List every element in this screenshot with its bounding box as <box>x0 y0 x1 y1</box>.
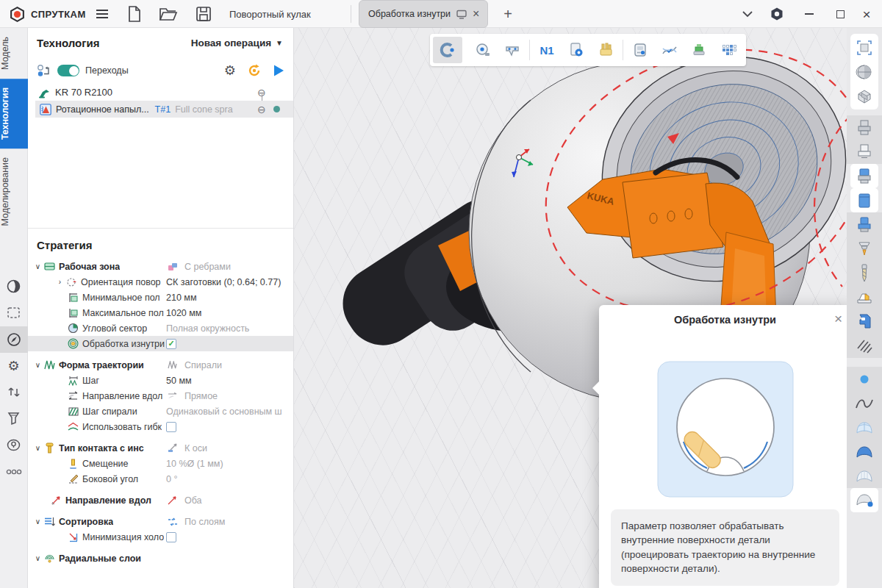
param-row-radial-layers[interactable]: ∨ Радиальные слои <box>28 551 293 566</box>
workpiece-outline-icon[interactable] <box>847 140 882 164</box>
tree-row-operation[interactable]: Ротационное напыл... T#1 Full cone spra … <box>35 101 293 118</box>
close-icon[interactable]: × <box>834 311 842 327</box>
chevron-expanded-icon[interactable]: ∨ <box>32 361 43 369</box>
shading-sphere-icon[interactable] <box>0 273 28 300</box>
tab-model[interactable]: Модель <box>0 28 28 79</box>
param-row-step[interactable]: Шаг 50 мм <box>28 373 293 388</box>
toolpath-hatch-icon[interactable] <box>847 334 882 358</box>
tree-row-machine[interactable]: KR 70 R2100 ⊖ <box>28 84 293 101</box>
selection-box-icon[interactable] <box>0 300 28 326</box>
additive-layers-icon[interactable] <box>684 37 714 63</box>
param-row-side-angle[interactable]: Боковой угол 0 ° <box>28 471 293 487</box>
param-label: Использовать гибк <box>82 422 162 432</box>
tab-simulation[interactable]: Моделирование <box>0 148 28 235</box>
graphs-icon[interactable] <box>655 37 684 63</box>
jog-dial-icon[interactable] <box>0 432 28 459</box>
param-value: Прямое <box>184 391 218 401</box>
chevron-expanded-icon[interactable]: ∨ <box>32 517 43 526</box>
param-row-min-position[interactable]: Минимальное пол 210 мм <box>28 290 293 305</box>
param-row-trajectory-shape[interactable]: ∨ Форма траектории Спирали <box>28 357 293 373</box>
popup-description: Параметр позволяет обрабатывать внутренн… <box>611 509 839 586</box>
fit-selection-icon[interactable] <box>850 35 878 60</box>
magnet-snap-icon[interactable] <box>433 37 462 63</box>
tab-technology[interactable]: Технология <box>0 79 28 148</box>
checkbox-unchecked[interactable] <box>166 422 176 432</box>
save-icon[interactable] <box>193 0 215 28</box>
sorting-icon <box>43 516 56 528</box>
machine-head-icon[interactable] <box>847 309 882 334</box>
param-row-contact-type[interactable]: ∨ Тип контакта с инс К оси <box>28 440 293 456</box>
transitions-toggle[interactable] <box>57 65 79 76</box>
param-row-direction[interactable]: Направление вдол Оба <box>28 492 293 508</box>
tool-tip-icon[interactable] <box>847 237 882 261</box>
surface-light-icon[interactable] <box>847 464 882 488</box>
workpiece-gray-icon[interactable] <box>847 115 882 140</box>
chevron-down-icon[interactable] <box>736 0 759 28</box>
caliper-icon[interactable] <box>498 37 527 63</box>
hamburger-icon[interactable] <box>91 0 113 28</box>
open-folder-icon[interactable] <box>157 0 179 28</box>
new-file-icon[interactable] <box>123 0 146 28</box>
workpiece-blue-gray-icon[interactable] <box>850 164 878 188</box>
workpiece-blue-icon[interactable] <box>847 212 882 237</box>
param-row-offset[interactable]: Смещение 10 %Ø (1 мм) <box>28 456 293 471</box>
workpiece-solid-blue-icon[interactable] <box>850 188 878 212</box>
view-button-group <box>850 34 878 110</box>
param-row-direction-along[interactable]: Направление вдол Прямое <box>28 388 293 404</box>
fixture-icon[interactable] <box>847 285 882 309</box>
document-settings-icon[interactable] <box>562 37 591 63</box>
chevron-expanded-icon[interactable]: ∨ <box>32 444 43 452</box>
visibility-toggle-icon[interactable]: ⊖ <box>257 104 266 115</box>
point-icon[interactable] <box>847 367 882 391</box>
param-row-flexible[interactable]: Использовать гибк <box>28 419 293 434</box>
mesh-surface-icon[interactable] <box>847 415 882 440</box>
document-tab[interactable]: Обработка изнутри × <box>359 0 488 28</box>
plus-icon: + <box>503 6 512 23</box>
offset-icon <box>67 458 79 470</box>
operation-settings-gear-icon[interactable]: ⚙ <box>224 64 236 77</box>
settings-gear-icon[interactable]: ⚙ <box>0 353 28 379</box>
close-icon[interactable]: × <box>473 8 479 20</box>
param-row-angular-sector[interactable]: Угловой сектор Полная окружность <box>28 320 293 336</box>
add-tab-button[interactable]: + <box>497 0 519 28</box>
chevron-expanded-icon[interactable]: ∨ <box>32 554 43 562</box>
param-row-inside-machining[interactable]: Обработка изнутри ✓ <box>28 336 293 351</box>
technology-panel: Технология Новая операция ▼ Переходы ⚙ <box>28 28 294 588</box>
min-position-icon <box>67 292 79 304</box>
maximize-icon[interactable] <box>829 0 851 28</box>
settings-hexagon-icon[interactable] <box>766 0 788 28</box>
tape-measure-icon[interactable] <box>468 37 498 63</box>
param-row-minimize-idle[interactable]: Минимизация холо <box>28 529 293 545</box>
close-icon[interactable]: × <box>856 0 878 28</box>
voxel-simulation-icon[interactable] <box>714 37 743 63</box>
chevron-expanded-icon[interactable]: ∨ <box>32 262 43 270</box>
checkbox-unchecked[interactable] <box>166 532 176 542</box>
section-view-icon[interactable] <box>850 84 878 108</box>
compass-icon[interactable] <box>0 326 28 353</box>
control-pendant-icon[interactable] <box>625 37 655 63</box>
refresh-icon[interactable] <box>247 63 262 78</box>
chevron-collapsed-icon[interactable]: › <box>54 278 65 286</box>
straight-icon <box>166 390 179 402</box>
param-row-work-zone[interactable]: ∨ Рабочая зона С ребрами <box>28 259 293 274</box>
minimize-icon[interactable] <box>798 0 820 28</box>
surface-blue-icon[interactable] <box>847 440 882 464</box>
nc-program-icon[interactable]: N1 <box>532 37 562 63</box>
more-options-icon[interactable] <box>0 459 28 485</box>
tool-cutter-icon[interactable] <box>0 406 28 432</box>
surface-point-icon[interactable] <box>850 488 878 512</box>
param-row-max-position[interactable]: Максимальное пол 1020 мм <box>28 305 293 320</box>
play-button[interactable] <box>273 64 284 77</box>
drill-tool-icon[interactable] <box>847 261 882 285</box>
section-divider <box>28 228 293 229</box>
reorder-arrows-icon[interactable] <box>0 379 28 406</box>
shaded-view-icon[interactable] <box>850 60 878 84</box>
param-row-sorting[interactable]: ∨ Сортировка По слоям <box>28 514 293 529</box>
spline-icon[interactable] <box>847 391 882 415</box>
param-row-spiral-step[interactable]: Шаг спирали Одинаковый с основным ш <box>28 404 293 419</box>
new-operation-button[interactable]: Новая операция ▼ <box>191 37 283 49</box>
viewport-3d[interactable]: KUKA <box>294 28 847 588</box>
param-row-orientation[interactable]: › Ориентация повор СК заготовки (0; 0.64… <box>28 274 293 290</box>
tool-magazine-icon[interactable] <box>591 37 620 63</box>
checkbox-checked[interactable]: ✓ <box>166 339 176 349</box>
